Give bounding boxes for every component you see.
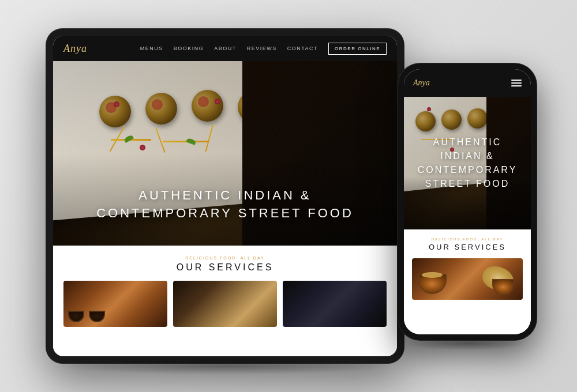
tablet-device: Anya MENUS BOOKING ABOUT REVIEWS CONTACT… xyxy=(46,29,404,363)
phone-curry-bowl xyxy=(492,279,514,295)
phone-service-img-bg xyxy=(412,258,523,300)
phone-notch xyxy=(450,69,485,81)
hero-text-block: AUTHENTIC INDIAN & CONTEMPORARY STREET F… xyxy=(53,187,397,223)
phone-service-image[interactable] xyxy=(412,258,523,300)
service-card-1[interactable] xyxy=(63,281,167,327)
tablet-services-section: DELICIOUS FOOD, ALL DAY OUR SERVICES xyxy=(53,246,397,356)
bowl-1 xyxy=(68,311,84,322)
services-subtitle: DELICIOUS FOOD, ALL DAY xyxy=(63,256,387,260)
nav-link-menus[interactable]: MENUS xyxy=(140,46,163,51)
phone-food-bowl xyxy=(418,274,447,294)
hero-title: AUTHENTIC INDIAN & CONTEMPORARY STREET F… xyxy=(53,187,397,223)
phone-logo: Anya xyxy=(413,78,430,88)
bowl-2 xyxy=(89,311,105,322)
nav-link-contact[interactable]: CONTACT xyxy=(287,46,318,51)
order-online-button[interactable]: ORDER ONLINE xyxy=(328,43,387,55)
phone-services-subtitle: DELICIOUS FOOD, ALL DAY xyxy=(412,238,523,241)
hamburger-menu[interactable] xyxy=(511,80,522,86)
phone-hero: AUTHENTIC INDIAN & CONTEMPORARY STREET F… xyxy=(404,97,531,229)
scene: Anya MENUS BOOKING ABOUT REVIEWS CONTACT… xyxy=(29,17,548,375)
tablet-hero: AUTHENTIC INDIAN & CONTEMPORARY STREET F… xyxy=(53,61,397,246)
service-card-2-bg xyxy=(173,281,277,327)
service-card-3[interactable] xyxy=(283,281,387,327)
hamburger-line-2 xyxy=(511,82,522,84)
services-title: OUR SERVICES xyxy=(63,262,387,273)
hamburger-line-3 xyxy=(511,85,522,86)
tablet-logo: Anya xyxy=(63,43,87,55)
tablet-navbar: Anya MENUS BOOKING ABOUT REVIEWS CONTACT… xyxy=(53,36,397,61)
phone-device: Anya xyxy=(398,63,537,340)
service-card-2[interactable] xyxy=(173,281,277,327)
services-grid xyxy=(63,281,387,327)
phone-services-title: OUR SERVICES xyxy=(412,243,523,251)
phone-hero-text: AUTHENTIC INDIAN & CONTEMPORARY STREET F… xyxy=(410,135,524,191)
service-card-1-bg xyxy=(63,281,167,327)
service-card-3-bg xyxy=(283,281,387,327)
hamburger-line-1 xyxy=(511,80,522,81)
phone-services-section: DELICIOUS FOOD, ALL DAY OUR SERVICES xyxy=(404,229,531,334)
nav-link-booking[interactable]: BOOKING xyxy=(174,46,204,51)
phone-screen: Anya xyxy=(404,69,531,334)
nav-link-reviews[interactable]: REVIEWS xyxy=(247,46,277,51)
tablet-screen: Anya MENUS BOOKING ABOUT REVIEWS CONTACT… xyxy=(53,36,397,356)
phone-hero-title: AUTHENTIC INDIAN & CONTEMPORARY STREET F… xyxy=(410,135,524,191)
nav-link-about[interactable]: ABOUT xyxy=(214,46,237,51)
tablet-nav-links: MENUS BOOKING ABOUT REVIEWS CONTACT ORDE… xyxy=(140,43,387,55)
